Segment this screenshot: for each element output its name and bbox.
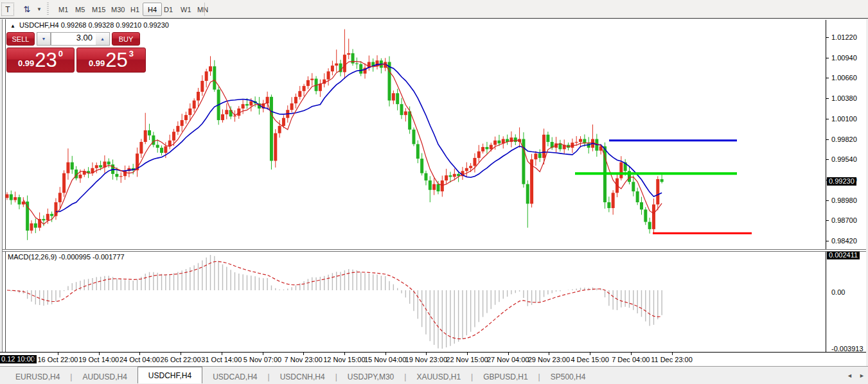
chart-tab-usdchf[interactable]: USDCHF,H4 xyxy=(137,367,202,383)
volume-input[interactable]: 3.00 xyxy=(51,32,96,46)
chart-tab-audusd[interactable]: AUDUSD,H4 xyxy=(72,370,137,384)
buy-price-main: 25 xyxy=(105,51,127,70)
price-tick xyxy=(826,78,829,78)
candlestick xyxy=(164,146,167,153)
tab-scroll-right-icon[interactable]: ► xyxy=(859,372,865,379)
price-tick xyxy=(826,98,829,99)
time-tick-label: 5 Nov 07:00 xyxy=(244,356,281,363)
candlestick xyxy=(400,104,403,115)
ohlc-values: 0.99268 0.99328 0.99210 0.99230 xyxy=(61,21,169,29)
chart-tab-usdjpy[interactable]: USDJPY,M30 xyxy=(337,370,404,384)
candlestick xyxy=(448,175,452,177)
candlestick xyxy=(632,182,635,191)
sell-price-panel[interactable]: 0.99 23 0 xyxy=(6,48,75,73)
candlestick xyxy=(542,135,545,158)
candlestick xyxy=(233,116,236,116)
candlestick xyxy=(274,133,277,161)
candlestick xyxy=(30,223,33,231)
text-tool-icon[interactable]: T xyxy=(1,3,14,16)
price-tick xyxy=(826,220,829,221)
candlestick xyxy=(294,97,297,103)
timeframe-button-d1[interactable]: D1 xyxy=(159,3,177,16)
symbol-label: USDCHF,H4 xyxy=(19,21,59,29)
price-tick-label: 1.00100 xyxy=(831,115,857,123)
time-tick xyxy=(222,353,222,355)
panel-splitter[interactable] xyxy=(3,249,866,252)
price-tick xyxy=(826,58,829,58)
time-tick-label: 16 Oct 22:00 xyxy=(38,356,78,363)
price-axis[interactable]: 1.012201.009401.006601.003801.001000.998… xyxy=(826,20,866,352)
macd-signal-value: -0.001777 xyxy=(93,253,125,261)
buy-price-prefix: 0.99 xyxy=(89,58,105,68)
candlestick xyxy=(148,130,151,135)
candlestick xyxy=(453,174,456,177)
candlestick xyxy=(445,175,448,180)
candlestick xyxy=(225,110,228,114)
time-tick xyxy=(672,353,673,355)
toolbar-separator xyxy=(204,3,205,16)
candlestick xyxy=(17,197,21,204)
time-tick-label: 19 Oct 14:00 xyxy=(78,356,119,363)
candlestick xyxy=(176,126,179,132)
price-tick-label: 0.98420 xyxy=(831,237,857,245)
candlestick xyxy=(188,109,191,115)
macd-axis-label: 0.00 xyxy=(831,288,845,296)
macd-indicator-chart[interactable] xyxy=(5,252,826,352)
tab-scroll-left-icon[interactable]: ◄ xyxy=(847,372,853,379)
candlestick xyxy=(144,130,147,142)
time-tick xyxy=(385,353,386,355)
chart-tab-xauusd[interactable]: XAUUSD,H1 xyxy=(406,370,471,384)
time-axis-stub: 8 xyxy=(33,356,37,363)
candlestick xyxy=(181,120,184,126)
timeframe-button-h1[interactable]: H1 xyxy=(126,3,144,16)
price-tick-label: 1.00380 xyxy=(831,94,857,102)
time-tick xyxy=(344,353,345,355)
candlestick xyxy=(648,222,651,229)
buy-button[interactable]: BUY xyxy=(112,32,140,46)
candlestick xyxy=(619,162,623,179)
candlestick xyxy=(640,202,643,209)
time-tick-label: 7 Dec 04:00 xyxy=(612,356,650,363)
price-tick-label: 0.98980 xyxy=(831,196,857,204)
time-axis[interactable]: 0.12 10:00 8 16 Oct 22:0019 Oct 14:0024 … xyxy=(0,352,866,366)
timeframe-button-m5[interactable]: M5 xyxy=(71,3,89,16)
chevron-down-icon[interactable]: ▼ xyxy=(35,3,43,16)
time-tick-label: 29 Nov 23:00 xyxy=(528,356,570,363)
buy-price-pip: 3 xyxy=(129,49,134,58)
time-tick xyxy=(631,353,632,355)
candlestick xyxy=(343,55,346,72)
price-tick xyxy=(826,241,829,241)
candlestick xyxy=(612,193,615,208)
chart-tab-sp500[interactable]: SP500,H4 xyxy=(540,370,596,384)
time-tick xyxy=(426,353,427,355)
candlestick xyxy=(396,93,399,104)
chart-tab-usdcnh[interactable]: USDCNH,H4 xyxy=(270,370,335,384)
ma-fast-line xyxy=(23,62,662,225)
candlestick xyxy=(424,173,427,180)
candlestick xyxy=(514,137,517,142)
candlestick xyxy=(429,180,432,190)
candlestick xyxy=(156,145,159,148)
buy-price-panel[interactable]: 0.99 25 3 xyxy=(76,48,146,73)
sell-button[interactable]: SELL xyxy=(6,32,35,46)
price-tick-label: 0.98700 xyxy=(831,216,857,224)
chart-tab-gbpusd[interactable]: GBPUSD,H1 xyxy=(473,370,538,384)
candlestick xyxy=(660,179,664,182)
candlestick xyxy=(481,147,484,152)
timeframe-button-m1[interactable]: M1 xyxy=(54,3,73,16)
sell-price-prefix: 0.99 xyxy=(18,58,34,68)
candlestick xyxy=(200,81,204,92)
chart-shift-icon[interactable]: ▲ xyxy=(10,23,15,29)
arrange-arrows-icon[interactable]: ⇅ xyxy=(19,3,35,16)
candlestick xyxy=(485,147,488,149)
macd-max-box: 0.002411 xyxy=(827,251,860,259)
candlestick xyxy=(46,214,49,220)
candlestick xyxy=(497,141,500,144)
chart-tab-usdcad[interactable]: USDCAD,H4 xyxy=(202,370,267,384)
volume-increase-button[interactable]: ▲ xyxy=(96,32,110,46)
time-tick-label: 22 Nov 15:00 xyxy=(446,356,488,363)
timeframe-button-mn[interactable]: MN xyxy=(193,3,213,16)
macd-main-value: -0.000995 xyxy=(58,253,91,261)
chart-tab-eurusd[interactable]: EURUSD,H4 xyxy=(5,370,70,384)
volume-decrease-button[interactable]: ▼ xyxy=(37,32,51,46)
